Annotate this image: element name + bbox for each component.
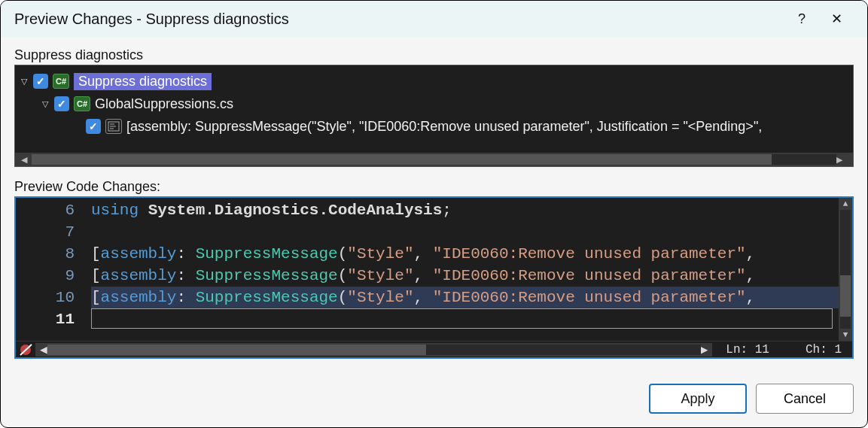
scroll-track[interactable]	[840, 210, 851, 329]
scroll-track[interactable]	[47, 345, 701, 355]
code-line: [assembly: SuppressMessage("Style", "IDE…	[91, 265, 839, 287]
scroll-up-icon[interactable]: ▲	[843, 198, 848, 210]
expand-icon[interactable]: ▽	[41, 99, 50, 108]
code-line	[91, 221, 839, 243]
tree-file-row[interactable]: ▽ ✓ C# GlobalSuppressions.cs	[20, 93, 848, 115]
code-status-bar: ◀ ▶ Ln: 11 Ch: 1	[16, 341, 852, 357]
tree-body: ▽ ✓ C# Suppress diagnostics ▽ ✓ C# Globa…	[15, 65, 853, 153]
line-number: 6	[16, 199, 75, 221]
scroll-left-icon[interactable]: ◀	[21, 155, 32, 165]
tree-h-scrollbar[interactable]: ◀ ▶	[15, 153, 853, 166]
csharp-icon: C#	[53, 74, 69, 89]
dialog-content: Suppress diagnostics ▽ ✓ C# Suppress dia…	[1, 37, 867, 373]
col-label: Ch:	[806, 343, 834, 357]
csharp-file-icon: C#	[74, 96, 90, 111]
scroll-thumb[interactable]	[47, 345, 426, 355]
line-number: 11	[755, 343, 769, 357]
checkbox[interactable]: ✓	[33, 74, 48, 89]
tree-root-row[interactable]: ▽ ✓ C# Suppress diagnostics	[20, 70, 848, 93]
cancel-button[interactable]: Cancel	[756, 384, 854, 414]
line-number: 8	[16, 243, 75, 265]
scroll-thumb[interactable]	[32, 154, 772, 165]
code-v-scrollbar[interactable]: ▲ ▼	[839, 198, 852, 341]
code-body: 67891011 using System.Diagnostics.CodeAn…	[16, 198, 852, 341]
cursor-position: Ln: 11 Ch: 1	[712, 343, 852, 357]
code-preview: 67891011 using System.Diagnostics.CodeAn…	[14, 196, 854, 359]
line-number: 9	[16, 265, 75, 287]
tree-item-row[interactable]: ✓ [assembly: SuppressMessage("Style", "I…	[20, 115, 848, 138]
changes-tree: ▽ ✓ C# Suppress diagnostics ▽ ✓ C# Globa…	[14, 65, 854, 167]
preview-section-label: Preview Code Changes:	[14, 179, 854, 195]
col-number: 1	[834, 343, 842, 357]
code-line: [assembly: SuppressMessage("Style", "IDE…	[91, 243, 839, 265]
line-label: Ln:	[726, 343, 754, 357]
dialog-title: Preview Changes - Suppress diagnostics	[14, 11, 784, 28]
line-number-gutter: 67891011	[16, 198, 91, 341]
scroll-left-icon[interactable]: ◀	[40, 342, 47, 357]
dialog-buttons: Apply Cancel	[1, 373, 867, 427]
line-number: 11	[16, 308, 75, 330]
code-line	[91, 308, 833, 329]
tree-root-label: Suppress diagnostics	[74, 73, 212, 90]
scroll-right-icon[interactable]: ▶	[701, 342, 708, 357]
checkbox[interactable]: ✓	[54, 96, 69, 111]
tree-file-label: GlobalSuppressions.cs	[95, 96, 233, 112]
scroll-right-icon[interactable]: ▶	[836, 155, 847, 165]
line-number: 10	[16, 287, 75, 308]
checkbox[interactable]: ✓	[86, 119, 101, 134]
preview-changes-dialog: Preview Changes - Suppress diagnostics ?…	[0, 0, 868, 428]
code-line: [assembly: SuppressMessage("Style", "IDE…	[91, 287, 839, 308]
tree-item-label: [assembly: SuppressMessage("Style", "IDE…	[126, 119, 762, 135]
expand-icon[interactable]: ▽	[20, 77, 29, 86]
scroll-down-icon[interactable]: ▼	[843, 329, 848, 341]
tree-section-label: Suppress diagnostics	[14, 47, 854, 63]
apply-button[interactable]: Apply	[649, 384, 747, 414]
help-button[interactable]: ?	[784, 1, 819, 37]
code-line: using System.Diagnostics.CodeAnalysis;	[91, 199, 839, 221]
no-issues-icon[interactable]	[17, 342, 35, 357]
line-number: 7	[16, 221, 75, 243]
titlebar: Preview Changes - Suppress diagnostics ?…	[1, 1, 867, 37]
code-node-icon	[105, 119, 122, 134]
scroll-thumb[interactable]	[840, 275, 851, 317]
scroll-track[interactable]	[32, 154, 836, 165]
close-button[interactable]: ✕	[819, 1, 854, 37]
code-h-scrollbar[interactable]: ◀ ▶	[35, 343, 712, 357]
code-lines[interactable]: using System.Diagnostics.CodeAnalysis; […	[91, 198, 839, 341]
